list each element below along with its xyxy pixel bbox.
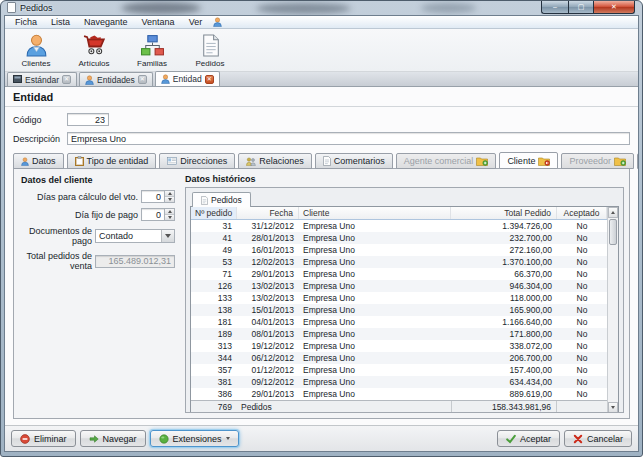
column-header-pedido[interactable]: Nº pedido <box>191 207 237 219</box>
tab-proveedor[interactable]: Proveedor <box>561 153 634 169</box>
chevron-down-icon[interactable] <box>161 230 174 242</box>
table-row[interactable]: 31 31/12/2012 Empresa Uno 1.394.726,00 N… <box>191 220 607 232</box>
tab-estandar[interactable]: Estándar ✕ <box>7 72 77 86</box>
titlebar[interactable]: Pedidos – ▢ ✕ <box>1 1 642 15</box>
menu-ventana[interactable]: Ventana <box>135 16 182 28</box>
menu-ver[interactable]: Ver <box>182 16 210 28</box>
toolbar-familias-button[interactable]: Familias <box>124 30 180 70</box>
table-row[interactable]: 71 29/01/2013 Empresa Uno 66.370,00 No <box>191 268 607 280</box>
table-row[interactable]: 126 13/02/2013 Empresa Uno 946.304,00 No <box>191 280 607 292</box>
person-icon <box>24 33 49 58</box>
scroll-down-icon[interactable] <box>608 402 618 413</box>
table-row[interactable]: 386 29/01/2013 Empresa Uno 889.619,00 No <box>191 388 607 400</box>
tab-agente-comercial[interactable]: Agente comercial <box>396 153 497 169</box>
cell-pedido: 31 <box>191 221 237 231</box>
minimize-button[interactable]: – <box>541 1 568 14</box>
extensiones-button[interactable]: Extensiones <box>150 430 239 447</box>
cell-aceptado: No <box>557 269 607 279</box>
table-row[interactable]: 189 08/01/2013 Empresa Uno 171.800,00 No <box>191 328 607 340</box>
documentos-pago-dropdown[interactable]: Contado <box>95 229 175 243</box>
column-header-total[interactable]: Total Pedido <box>451 207 557 219</box>
cell-total: 1.394.726,00 <box>451 221 557 231</box>
scrollbar-thumb[interactable] <box>609 219 617 245</box>
toolbar-label: Clientes <box>22 59 51 68</box>
cell-cliente: Empresa Uno <box>299 233 451 243</box>
tab-direcciones[interactable]: Direcciones <box>159 153 235 169</box>
tab-comentarios[interactable]: Comentarios <box>315 153 393 169</box>
table-header: Nº pedido Fecha Cliente Total Pedido Ace… <box>191 207 607 220</box>
table-row[interactable]: 41 28/01/2013 Empresa Uno 232.700,00 No <box>191 232 607 244</box>
tab-close-icon[interactable]: ✕ <box>205 75 214 84</box>
table-scrollbar[interactable] <box>607 207 618 413</box>
table-row[interactable]: 138 15/01/2013 Empresa Uno 165.900,00 No <box>191 304 607 316</box>
cell-total: 1.370.100,00 <box>451 257 557 267</box>
cell-cliente: Empresa Uno <box>299 281 451 291</box>
cell-cliente: Empresa Uno <box>299 353 451 363</box>
table-row[interactable]: 181 04/01/2013 Empresa Uno 1.166.640,00 … <box>191 316 607 328</box>
toolbar-clientes-button[interactable]: Clientes <box>8 30 64 70</box>
table-row[interactable]: 313 19/12/2012 Empresa Uno 338.072,00 No <box>191 340 607 352</box>
action-bar: Eliminar Navegar Extensiones Aceptar Can… <box>5 425 638 451</box>
menu-lista[interactable]: Lista <box>44 16 77 28</box>
menu-navegante[interactable]: Navegante <box>77 16 135 28</box>
column-header-cliente[interactable]: Cliente <box>299 207 451 219</box>
column-header-fecha[interactable]: Fecha <box>237 207 299 219</box>
cell-pedido: 181 <box>191 317 237 327</box>
descripcion-field[interactable] <box>67 132 630 145</box>
tab-pedidos[interactable]: Pedidos <box>192 192 251 207</box>
codigo-field[interactable] <box>67 113 109 126</box>
spinner-down-icon[interactable] <box>165 214 174 220</box>
aceptar-button[interactable]: Aceptar <box>497 430 560 447</box>
cell-total: 165.900,00 <box>451 305 557 315</box>
table-row[interactable]: 49 16/01/2013 Empresa Uno 272.160,00 No <box>191 244 607 256</box>
tab-tipo-de-entidad[interactable]: Tipo de entidad <box>67 153 157 169</box>
tab-datos[interactable]: Datos <box>13 153 64 169</box>
tab-relaciones[interactable]: Relaciones <box>238 153 312 169</box>
table-row[interactable]: 133 13/02/2013 Empresa Uno 118.000,00 No <box>191 292 607 304</box>
table-row[interactable]: 357 01/12/2012 Empresa Uno 157.400,00 No <box>191 364 607 376</box>
folder-icon <box>538 156 550 166</box>
tab-label: Agente comercial <box>404 156 474 166</box>
dias-calculo-field[interactable] <box>141 190 165 203</box>
table-row[interactable]: 381 09/12/2012 Empresa Uno 634.434,00 No <box>191 376 607 388</box>
maximize-button[interactable]: ▢ <box>568 1 594 14</box>
table-row[interactable]: 344 06/12/2012 Empresa Uno 206.700,00 No <box>191 352 607 364</box>
tab-close-icon[interactable]: ✕ <box>62 75 71 84</box>
spinner-down-icon[interactable] <box>165 196 174 202</box>
cell-total: 1.166.640,00 <box>451 317 557 327</box>
person-icon <box>21 157 29 166</box>
tab-entidad[interactable]: Entidad ✕ <box>155 71 220 86</box>
client-data-panel: Datos del cliente Días para cálculo del … <box>19 174 177 413</box>
column-header-aceptado[interactable]: Aceptado <box>557 207 607 219</box>
table-row[interactable]: 53 12/02/2013 Empresa Uno 1.370.100,00 N… <box>191 256 607 268</box>
menu-bar: Ficha Lista Navegante Ventana Ver <box>5 16 638 29</box>
close-button[interactable]: ✕ <box>594 1 635 14</box>
tab-entidades[interactable]: Entidades ✕ <box>79 72 153 86</box>
eliminar-button[interactable]: Eliminar <box>11 430 76 447</box>
cell-pedido: 138 <box>191 305 237 315</box>
cell-aceptado: No <box>557 293 607 303</box>
tab-cliente[interactable]: Cliente <box>499 152 558 169</box>
x-icon <box>573 434 583 444</box>
tab-close-icon[interactable]: ✕ <box>138 75 147 84</box>
navegar-button[interactable]: Navegar <box>80 430 146 447</box>
cell-cliente: Empresa Uno <box>299 389 451 399</box>
scroll-up-icon[interactable] <box>608 207 618 218</box>
panel-title: Datos del cliente <box>21 175 175 185</box>
menu-ficha[interactable]: Ficha <box>8 16 44 28</box>
history-box: Pedidos Nº pedido Fecha Cliente Total Pe… <box>185 187 624 413</box>
main-panel: Entidad Código Descripción Datos Tipo de… <box>5 87 638 425</box>
scrollbar-track[interactable] <box>608 246 618 402</box>
dia-fijo-stepper <box>141 208 175 221</box>
cell-total: 206.700,00 <box>451 353 557 363</box>
tab-auditoria[interactable]: Auditoría <box>637 153 638 169</box>
toolbar-articulos-button[interactable]: Artículos <box>66 30 122 70</box>
dia-fijo-field[interactable] <box>141 208 165 221</box>
spinner <box>165 190 175 203</box>
navigate-arrow-icon <box>89 434 99 444</box>
cancelar-button[interactable]: Cancelar <box>564 430 632 447</box>
cell-pedido: 41 <box>191 233 237 243</box>
document-icon <box>201 196 208 205</box>
toolbar-pedidos-button[interactable]: Pedidos <box>182 30 238 70</box>
user-icon[interactable] <box>213 17 222 27</box>
